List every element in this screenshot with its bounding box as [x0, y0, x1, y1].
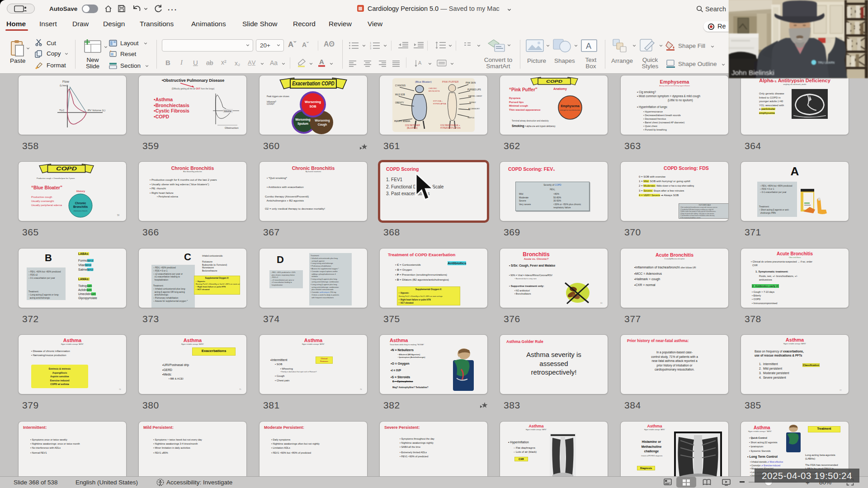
svg-text:PERIPH. EDEMA: PERIPH. EDEMA: [394, 120, 410, 122]
svg-text:COPD: COPD: [546, 79, 563, 84]
svg-text:SOB: SOB: [309, 105, 316, 108]
svg-text:PINK PUFFER: PINK PUFFER: [442, 80, 458, 83]
svg-text:CO2 RESPONSIVE +: CO2 RESPONSIVE +: [440, 124, 460, 127]
svg-text:Bronchitis: Bronchitis: [73, 205, 88, 208]
svg-text:John Bielinski: John Bielinski: [731, 69, 774, 76]
svg-text:HYPERCAPNIA: HYPERCAPNIA: [433, 103, 446, 105]
svg-text:BRONCHITIS: BRONCHITIS: [429, 90, 440, 92]
svg-text:PINK SKIN: PINK SKIN: [466, 82, 476, 84]
svg-text:TRU LEARN: TRU LEARN: [818, 61, 835, 64]
svg-text:Worsening: Worsening: [295, 118, 310, 122]
svg-text:HYPERVENTILATION: HYPERVENTILATION: [440, 127, 461, 129]
svg-text:MILD SOB: MILD SOB: [395, 94, 405, 96]
svg-text:3: 3: [370, 47, 372, 50]
svg-text:Sputum: Sputum: [297, 122, 308, 126]
svg-text:Worsening: Worsening: [305, 100, 321, 104]
svg-text:(L/sec): (L/sec): [60, 84, 68, 87]
svg-text:Worsening: Worsening: [315, 119, 330, 122]
svg-text:Cough: Cough: [318, 123, 327, 127]
svg-text:CHRONIC: CHRONIC: [429, 87, 437, 89]
svg-text:HYPOXIA +: HYPOXIA +: [433, 100, 443, 102]
svg-text:Flow: Flow: [62, 80, 70, 83]
svg-text:ACCESSORY: ACCESSORY: [468, 108, 480, 110]
svg-text:(Blue Bloater): (Blue Bloater): [415, 80, 432, 83]
svg-text:Emphysema: Emphysema: [561, 104, 579, 108]
svg-text:Volume: Volume: [224, 110, 231, 113]
svg-text:SKINNY: SKINNY: [469, 101, 476, 103]
svg-text:(BLOATED): (BLOATED): [407, 127, 418, 129]
svg-text:Exacerbation COPD: Exacerbation COPD: [292, 80, 335, 87]
svg-text:BARREL CHEST: BARREL CHEST: [468, 95, 482, 97]
svg-text:CO2 RETAINER: CO2 RETAINER: [405, 124, 420, 127]
svg-text:PURSED LIPS: PURSED LIPS: [467, 89, 481, 91]
svg-text:Chronic: Chronic: [75, 202, 86, 205]
svg-text:RV Volume (L): RV Volume (L): [88, 109, 105, 112]
svg-text:inflammation of bronchi: inflammation of bronchi: [73, 210, 87, 212]
svg-text:TRIPOD: TRIPOD: [467, 117, 474, 119]
svg-text:TLC: TLC: [59, 109, 65, 112]
svg-text:Obstruction: Obstruction: [225, 127, 239, 129]
svg-text:OBESITY: OBESITY: [395, 102, 404, 104]
svg-text:COPD: COPD: [56, 166, 77, 171]
svg-text:CYANOSIS: CYANOSIS: [395, 84, 406, 87]
svg-text:enlarged air sacs/destruction: enlarged air sacs/destruction: [560, 109, 580, 111]
svg-text:A: A: [418, 60, 422, 66]
svg-text:A: A: [586, 42, 591, 51]
